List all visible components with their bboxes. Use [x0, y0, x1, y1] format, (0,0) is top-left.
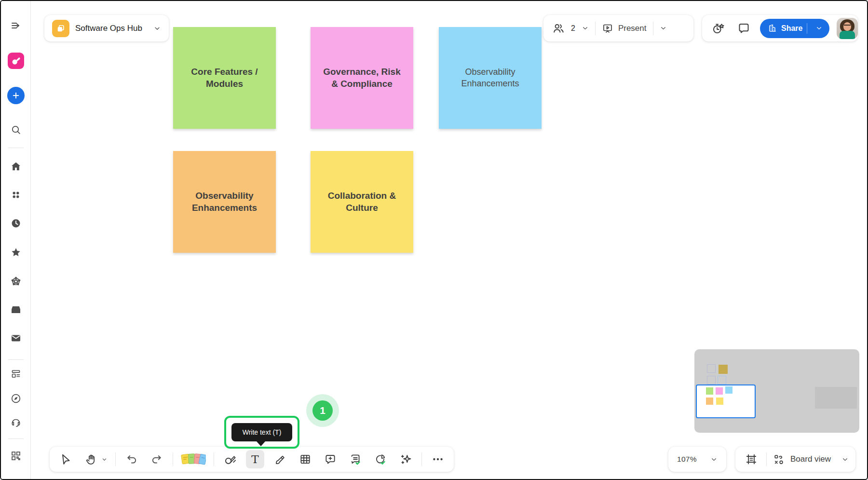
- divider: [807, 23, 807, 34]
- share-label: Share: [781, 24, 802, 33]
- minimap-frame-outline: [707, 364, 716, 373]
- sidebar-divider: [8, 148, 24, 148]
- minimap-note: [716, 398, 723, 405]
- sidebar-item-templates[interactable]: [7, 365, 25, 383]
- chevron-down-icon[interactable]: [841, 456, 849, 463]
- shapes-tool[interactable]: [221, 450, 239, 468]
- pan-options-chevron[interactable]: [100, 450, 108, 468]
- tooltip-label: Write text (T): [243, 428, 282, 436]
- timer-icon[interactable]: [709, 19, 727, 38]
- chevron-down-icon[interactable]: [582, 25, 589, 32]
- board-header[interactable]: Software Ops Hub: [44, 15, 169, 41]
- table-tool[interactable]: [296, 450, 314, 468]
- step-number-badge: 1: [312, 400, 333, 421]
- sidebar-item-mail[interactable]: [7, 329, 25, 347]
- minimap-note: [706, 398, 713, 405]
- search-icon[interactable]: [7, 121, 25, 138]
- charts-tool[interactable]: [371, 450, 390, 468]
- whiteboard-app-window: Core Features / Modules Governance, Risk…: [0, 0, 868, 480]
- zoom-control[interactable]: 107%: [668, 447, 726, 472]
- sidebar-divider: [8, 439, 24, 439]
- frames-icon[interactable]: [742, 450, 760, 468]
- divider: [173, 453, 173, 466]
- sticky-note[interactable]: Observability Enhancements: [439, 27, 542, 129]
- actions-bar: Share: [702, 15, 858, 41]
- sticky-note-label: Governance, Risk & Compliance: [320, 66, 404, 90]
- share-options-chevron[interactable]: [812, 25, 827, 32]
- minimap-frame-outline: [707, 376, 716, 384]
- creation-toolbar: T: [50, 447, 454, 472]
- minimap-viewport[interactable]: [696, 384, 756, 418]
- view-switcher-icon: [773, 453, 785, 466]
- chat-icon[interactable]: [734, 19, 753, 38]
- sidebar-item-starred[interactable]: [7, 244, 25, 261]
- sticky-note[interactable]: Governance, Risk & Compliance: [311, 27, 413, 129]
- text-tool[interactable]: T: [246, 450, 264, 468]
- minimap-note: [725, 386, 732, 394]
- share-org-icon: [768, 24, 777, 33]
- divider: [214, 453, 214, 466]
- divider: [766, 453, 767, 466]
- sticky-note-label: Observability Enhancements: [183, 190, 266, 214]
- step-number: 1: [320, 405, 326, 416]
- sidebar-item-home[interactable]: [7, 158, 25, 175]
- redo-button[interactable]: [148, 450, 166, 468]
- docs-tool[interactable]: [346, 450, 365, 468]
- online-user-count: 2: [571, 24, 575, 33]
- left-sidebar: [1, 1, 31, 479]
- minimap-note: [719, 365, 728, 374]
- minimap-frame-outline: [718, 376, 726, 384]
- qr-grid-icon[interactable]: [7, 447, 25, 465]
- minimap-frame: [815, 387, 857, 409]
- create-new-button[interactable]: [7, 87, 25, 104]
- expand-sidebar-icon[interactable]: [7, 17, 25, 34]
- comment-tool[interactable]: [321, 450, 339, 468]
- users-icon: [552, 22, 565, 35]
- sidebar-item-apps[interactable]: [7, 186, 25, 204]
- sticky-note-label: Collaboration & Culture: [320, 190, 404, 214]
- sidebar-item-explore[interactable]: [7, 390, 25, 407]
- tooltip-highlight-box: Write text (T): [224, 416, 299, 449]
- divider: [421, 453, 422, 466]
- sticky-note[interactable]: Collaboration & Culture: [311, 151, 413, 253]
- sticky-note[interactable]: Observability Enhancements: [173, 151, 276, 253]
- minimap-note: [706, 387, 713, 395]
- sticky-note-label: Core Features / Modules: [183, 66, 266, 90]
- sidebar-item-support[interactable]: [7, 413, 25, 431]
- present-button[interactable]: Present: [602, 23, 647, 34]
- minimap[interactable]: [694, 349, 859, 433]
- divider: [115, 453, 116, 466]
- present-label: Present: [618, 24, 647, 33]
- share-button[interactable]: Share: [760, 19, 829, 38]
- present-icon: [602, 23, 613, 34]
- sticky-note-tool[interactable]: [180, 450, 207, 468]
- sidebar-item-network-star[interactable]: [7, 273, 25, 290]
- sticky-note[interactable]: Core Features / Modules: [173, 27, 276, 129]
- divider: [653, 22, 653, 35]
- sidebar-divider: [8, 359, 24, 360]
- undo-button[interactable]: [122, 450, 141, 468]
- tooltip-caret: [257, 441, 265, 446]
- zoom-level: 107%: [677, 455, 697, 464]
- pen-tool[interactable]: [271, 450, 289, 468]
- minimap-note: [716, 387, 723, 395]
- app-logo-icon[interactable]: [7, 52, 25, 69]
- chevron-down-icon[interactable]: [153, 25, 161, 32]
- sidebar-item-inbox[interactable]: [7, 301, 25, 318]
- select-tool[interactable]: [56, 450, 75, 468]
- divider: [595, 22, 596, 35]
- pan-tool[interactable]: [81, 450, 100, 468]
- collaboration-bar: 2 Present: [543, 15, 693, 41]
- tooltip: Write text (T): [231, 423, 292, 441]
- chevron-down-icon[interactable]: [660, 25, 667, 32]
- user-avatar[interactable]: [837, 18, 858, 39]
- sticky-note-label: Observability Enhancements: [448, 67, 532, 89]
- board-project-icon: [52, 20, 69, 37]
- view-label: Board view: [790, 454, 836, 464]
- more-tools-button[interactable]: [429, 450, 447, 468]
- ai-tool[interactable]: [396, 450, 415, 468]
- text-icon: T: [251, 454, 258, 465]
- chevron-down-icon[interactable]: [710, 456, 718, 463]
- board-title: Software Ops Hub: [75, 24, 148, 33]
- sidebar-item-recent[interactable]: [7, 215, 25, 232]
